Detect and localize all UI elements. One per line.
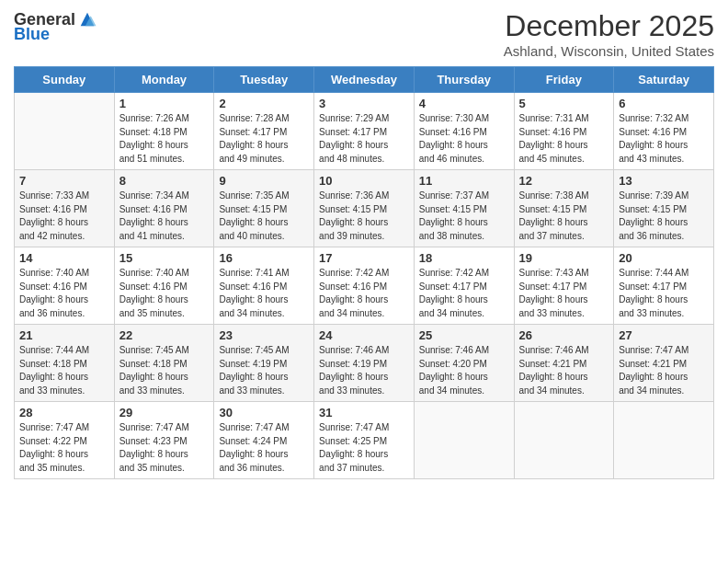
day-number: 12 <box>519 174 609 188</box>
calendar-cell: 19Sunrise: 7:43 AMSunset: 4:17 PMDayligh… <box>514 247 614 325</box>
weekday-header-thursday: Thursday <box>414 67 514 93</box>
day-number: 18 <box>419 251 509 265</box>
day-number: 6 <box>619 97 709 110</box>
day-number: 11 <box>419 174 509 188</box>
calendar-cell: 27Sunrise: 7:47 AMSunset: 4:21 PMDayligh… <box>614 325 714 402</box>
day-number: 13 <box>619 174 709 188</box>
day-info: Sunrise: 7:42 AMSunset: 4:16 PMDaylight:… <box>319 267 409 320</box>
calendar-cell: 29Sunrise: 7:47 AMSunset: 4:23 PMDayligh… <box>114 402 214 479</box>
calendar-cell: 14Sunrise: 7:40 AMSunset: 4:16 PMDayligh… <box>15 247 115 325</box>
calendar-cell <box>414 402 514 479</box>
calendar-cell: 16Sunrise: 7:41 AMSunset: 4:16 PMDayligh… <box>214 247 314 325</box>
day-info: Sunrise: 7:36 AMSunset: 4:15 PMDaylight:… <box>319 190 409 243</box>
day-info: Sunrise: 7:44 AMSunset: 4:17 PMDaylight:… <box>619 267 709 320</box>
calendar-week-row: 21Sunrise: 7:44 AMSunset: 4:18 PMDayligh… <box>15 325 714 402</box>
day-number: 29 <box>119 406 210 419</box>
day-info: Sunrise: 7:31 AMSunset: 4:16 PMDaylight:… <box>519 112 609 166</box>
calendar-cell: 4Sunrise: 7:30 AMSunset: 4:16 PMDaylight… <box>414 93 514 170</box>
weekday-header-wednesday: Wednesday <box>314 67 415 93</box>
day-info: Sunrise: 7:41 AMSunset: 4:16 PMDaylight:… <box>219 267 309 320</box>
day-info: Sunrise: 7:47 AMSunset: 4:21 PMDaylight:… <box>619 344 709 397</box>
day-number: 3 <box>319 97 409 110</box>
calendar-cell: 21Sunrise: 7:44 AMSunset: 4:18 PMDayligh… <box>15 325 115 402</box>
day-info: Sunrise: 7:30 AMSunset: 4:16 PMDaylight:… <box>419 112 509 166</box>
calendar-table: SundayMondayTuesdayWednesdayThursdayFrid… <box>14 66 714 479</box>
day-number: 23 <box>219 328 309 342</box>
calendar-cell: 26Sunrise: 7:46 AMSunset: 4:21 PMDayligh… <box>514 325 614 402</box>
weekday-header-sunday: Sunday <box>15 67 115 93</box>
calendar-cell: 25Sunrise: 7:46 AMSunset: 4:20 PMDayligh… <box>414 325 514 402</box>
calendar-cell: 28Sunrise: 7:47 AMSunset: 4:22 PMDayligh… <box>15 402 115 479</box>
calendar-cell <box>514 402 614 479</box>
calendar-cell: 6Sunrise: 7:32 AMSunset: 4:16 PMDaylight… <box>614 93 714 170</box>
calendar-cell: 23Sunrise: 7:45 AMSunset: 4:19 PMDayligh… <box>214 325 314 402</box>
day-info: Sunrise: 7:43 AMSunset: 4:17 PMDaylight:… <box>519 267 609 320</box>
calendar-cell: 3Sunrise: 7:29 AMSunset: 4:17 PMDaylight… <box>314 93 415 170</box>
calendar-cell: 12Sunrise: 7:38 AMSunset: 4:15 PMDayligh… <box>514 170 614 247</box>
day-number: 5 <box>519 97 609 110</box>
calendar-cell: 31Sunrise: 7:47 AMSunset: 4:25 PMDayligh… <box>314 402 415 479</box>
day-number: 4 <box>419 97 509 110</box>
calendar-cell: 10Sunrise: 7:36 AMSunset: 4:15 PMDayligh… <box>314 170 415 247</box>
calendar-week-row: 28Sunrise: 7:47 AMSunset: 4:22 PMDayligh… <box>15 402 714 479</box>
calendar-cell: 22Sunrise: 7:45 AMSunset: 4:18 PMDayligh… <box>114 325 214 402</box>
calendar-cell: 9Sunrise: 7:35 AMSunset: 4:15 PMDaylight… <box>214 170 314 247</box>
calendar-week-row: 7Sunrise: 7:33 AMSunset: 4:16 PMDaylight… <box>15 170 714 247</box>
day-number: 10 <box>319 174 409 188</box>
calendar-week-row: 14Sunrise: 7:40 AMSunset: 4:16 PMDayligh… <box>15 247 714 325</box>
day-info: Sunrise: 7:34 AMSunset: 4:16 PMDaylight:… <box>119 190 210 243</box>
calendar-cell: 15Sunrise: 7:40 AMSunset: 4:16 PMDayligh… <box>114 247 214 325</box>
day-number: 24 <box>319 328 409 342</box>
day-number: 2 <box>219 97 309 110</box>
day-info: Sunrise: 7:39 AMSunset: 4:15 PMDaylight:… <box>619 190 709 243</box>
calendar-week-row: 1Sunrise: 7:26 AMSunset: 4:18 PMDaylight… <box>15 93 714 170</box>
day-info: Sunrise: 7:47 AMSunset: 4:23 PMDaylight:… <box>119 421 210 475</box>
calendar-cell: 2Sunrise: 7:28 AMSunset: 4:17 PMDaylight… <box>214 93 314 170</box>
day-number: 25 <box>419 328 509 342</box>
logo-blue-text: Blue <box>14 26 50 42</box>
day-info: Sunrise: 7:46 AMSunset: 4:20 PMDaylight:… <box>419 344 509 397</box>
day-info: Sunrise: 7:28 AMSunset: 4:17 PMDaylight:… <box>219 112 309 166</box>
weekday-header-tuesday: Tuesday <box>214 67 314 93</box>
day-info: Sunrise: 7:44 AMSunset: 4:18 PMDaylight:… <box>19 344 109 397</box>
day-info: Sunrise: 7:45 AMSunset: 4:19 PMDaylight:… <box>219 344 309 397</box>
day-number: 16 <box>219 251 309 265</box>
day-number: 28 <box>19 406 109 419</box>
weekday-header-saturday: Saturday <box>614 67 714 93</box>
day-number: 31 <box>319 406 409 419</box>
weekday-header-monday: Monday <box>114 67 214 93</box>
title-block: December 2025 Ashland, Wisconsin, United… <box>504 9 714 59</box>
calendar-cell: 11Sunrise: 7:37 AMSunset: 4:15 PMDayligh… <box>414 170 514 247</box>
day-info: Sunrise: 7:47 AMSunset: 4:24 PMDaylight:… <box>219 421 309 475</box>
day-number: 1 <box>119 97 210 110</box>
day-info: Sunrise: 7:46 AMSunset: 4:21 PMDaylight:… <box>519 344 609 397</box>
month-title: December 2025 <box>504 9 714 43</box>
day-number: 26 <box>519 328 609 342</box>
day-info: Sunrise: 7:37 AMSunset: 4:15 PMDaylight:… <box>419 190 509 243</box>
location-title: Ashland, Wisconsin, United States <box>504 43 714 59</box>
day-number: 20 <box>619 251 709 265</box>
calendar-cell <box>614 402 714 479</box>
day-number: 7 <box>19 174 109 188</box>
calendar-cell: 1Sunrise: 7:26 AMSunset: 4:18 PMDaylight… <box>114 93 214 170</box>
calendar-cell: 20Sunrise: 7:44 AMSunset: 4:17 PMDayligh… <box>614 247 714 325</box>
calendar-cell <box>15 93 115 170</box>
calendar-cell: 5Sunrise: 7:31 AMSunset: 4:16 PMDaylight… <box>514 93 614 170</box>
day-number: 27 <box>619 328 709 342</box>
day-info: Sunrise: 7:35 AMSunset: 4:15 PMDaylight:… <box>219 190 309 243</box>
day-info: Sunrise: 7:42 AMSunset: 4:17 PMDaylight:… <box>419 267 509 320</box>
calendar-cell: 17Sunrise: 7:42 AMSunset: 4:16 PMDayligh… <box>314 247 415 325</box>
logo: General Blue <box>14 9 97 42</box>
day-number: 21 <box>19 328 109 342</box>
day-info: Sunrise: 7:29 AMSunset: 4:17 PMDaylight:… <box>319 112 409 166</box>
day-info: Sunrise: 7:40 AMSunset: 4:16 PMDaylight:… <box>119 267 210 320</box>
day-number: 17 <box>319 251 409 265</box>
page-header: General Blue December 2025 Ashland, Wisc… <box>14 9 714 59</box>
calendar-cell: 13Sunrise: 7:39 AMSunset: 4:15 PMDayligh… <box>614 170 714 247</box>
day-info: Sunrise: 7:47 AMSunset: 4:22 PMDaylight:… <box>19 421 109 475</box>
day-number: 8 <box>119 174 210 188</box>
calendar-cell: 24Sunrise: 7:46 AMSunset: 4:19 PMDayligh… <box>314 325 415 402</box>
day-info: Sunrise: 7:46 AMSunset: 4:19 PMDaylight:… <box>319 344 409 397</box>
day-info: Sunrise: 7:40 AMSunset: 4:16 PMDaylight:… <box>19 267 109 320</box>
weekday-header-friday: Friday <box>514 67 614 93</box>
